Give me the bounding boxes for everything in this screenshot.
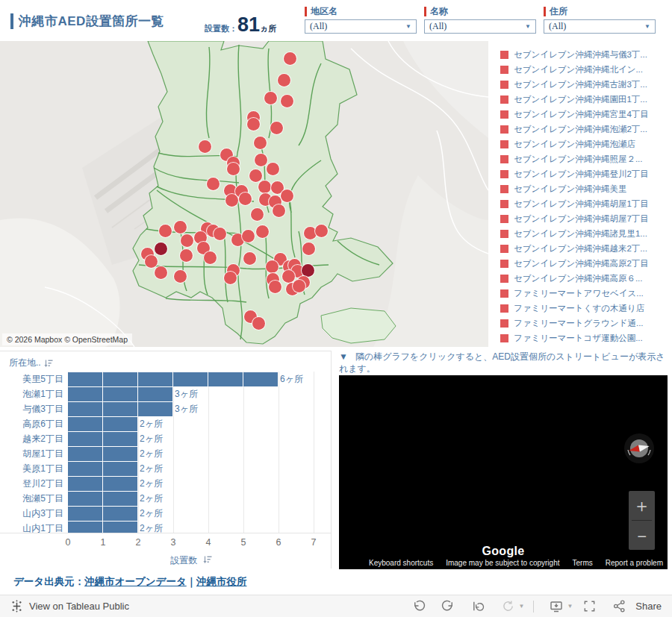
map-panel[interactable]: © 2026 Mapbox © OpenStreetMap xyxy=(0,41,488,347)
source-link-opendata[interactable]: 沖縄市オープンデータ xyxy=(84,576,187,587)
map-marker[interactable] xyxy=(270,122,283,134)
map-marker[interactable] xyxy=(199,140,211,153)
map-marker[interactable] xyxy=(282,270,295,283)
bar[interactable] xyxy=(68,372,278,386)
map-marker[interactable] xyxy=(204,251,217,264)
chart-row[interactable]: 登川2丁目2ヶ所 xyxy=(0,476,331,491)
map-marker[interactable] xyxy=(269,281,281,293)
list-item[interactable]: セブンイレブン沖縄沖縄高原６... xyxy=(491,271,672,286)
list-item[interactable]: セブンイレブン沖縄沖縄美里 xyxy=(491,181,672,196)
download-icon[interactable] xyxy=(549,599,564,614)
map-marker[interactable] xyxy=(180,249,193,262)
list-item[interactable]: セブンイレブン沖縄沖縄高原2丁目 xyxy=(491,256,672,271)
map-marker[interactable] xyxy=(293,280,305,292)
map-marker[interactable] xyxy=(256,225,269,238)
list-item[interactable]: セブンイレブン沖縄沖縄登川2丁目 xyxy=(491,166,672,181)
list-item[interactable]: ファミリーマートグラウンド通... xyxy=(491,316,672,331)
bar[interactable] xyxy=(68,477,137,491)
chart-row[interactable]: 泡瀬1丁目3ヶ所 xyxy=(0,386,331,401)
map-marker[interactable] xyxy=(249,169,262,182)
list-item[interactable]: セブンイレブン沖縄沖縄宮里4丁目 xyxy=(491,107,672,122)
download-caret-icon[interactable]: ▼ xyxy=(567,603,573,610)
map-marker[interactable] xyxy=(227,163,240,175)
compass-icon[interactable] xyxy=(623,432,656,465)
bar[interactable] xyxy=(68,462,137,476)
list-item[interactable]: セブンイレブン沖縄沖縄古謝3丁... xyxy=(491,77,672,92)
map-marker[interactable] xyxy=(273,204,285,217)
list-item[interactable]: セブンイレブン沖縄沖縄胡屋7丁目 xyxy=(491,211,672,226)
map-marker[interactable] xyxy=(252,317,265,330)
list-item[interactable]: セブンイレブン沖縄沖縄与儀3丁... xyxy=(491,47,672,62)
map-marker[interactable] xyxy=(181,234,193,247)
filter-dropdown[interactable]: (All)▼ xyxy=(305,19,417,34)
streetview-footer-link[interactable]: Keyboard shortcuts xyxy=(369,559,433,567)
streetview-footer-link[interactable]: Terms xyxy=(573,559,593,567)
map-marker[interactable] xyxy=(284,52,296,65)
chart-row[interactable]: 高原6丁目2ヶ所 xyxy=(0,416,331,431)
refresh-caret-icon[interactable]: ▼ xyxy=(518,603,524,610)
sort-icon[interactable] xyxy=(44,359,53,368)
undo-icon[interactable] xyxy=(411,599,426,614)
map-attribution[interactable]: © 2026 Mapbox © OpenStreetMap xyxy=(2,333,132,345)
map-marker[interactable] xyxy=(225,194,238,207)
streetview-footer-link[interactable]: Image may be subject to copyright xyxy=(446,559,559,567)
bar[interactable] xyxy=(68,387,172,401)
map-marker[interactable] xyxy=(174,221,187,234)
list-item[interactable]: ファミリーマートコザ運動公園... xyxy=(491,331,672,345)
map-marker[interactable] xyxy=(258,181,271,193)
filter-dropdown[interactable]: (All)▼ xyxy=(424,19,536,34)
bar[interactable] xyxy=(68,402,172,416)
map-marker[interactable] xyxy=(254,137,267,149)
list-item[interactable]: セブンイレブン沖縄沖縄照屋２... xyxy=(491,151,672,166)
fullscreen-icon[interactable] xyxy=(582,599,597,614)
share-icon[interactable] xyxy=(612,599,626,614)
map-marker[interactable] xyxy=(281,190,293,202)
map-marker[interactable] xyxy=(251,208,264,221)
refresh-icon[interactable] xyxy=(500,599,515,614)
bar[interactable] xyxy=(68,522,137,534)
list-item[interactable]: ファミリーマートくすの木通り店 xyxy=(491,301,672,316)
filter-dropdown[interactable]: (All)▼ xyxy=(544,19,656,34)
map-marker[interactable] xyxy=(302,264,314,277)
chart-row[interactable]: 美里5丁目6ヶ所 xyxy=(0,372,331,386)
bar[interactable] xyxy=(68,492,137,506)
map-marker[interactable] xyxy=(145,255,158,268)
map-marker[interactable] xyxy=(302,242,315,255)
list-item[interactable]: セブンイレブン沖縄沖縄胡屋1丁目 xyxy=(491,196,672,211)
zoom-in-button[interactable]: ＋ xyxy=(629,491,655,520)
map-marker[interactable] xyxy=(159,225,172,237)
chart-row[interactable]: 与儀3丁目3ヶ所 xyxy=(0,401,331,416)
bar[interactable] xyxy=(68,447,137,461)
revert-icon[interactable] xyxy=(470,599,485,614)
chart-row[interactable]: 山内1丁目2ヶ所 xyxy=(0,521,331,533)
bar[interactable] xyxy=(68,417,137,431)
list-item[interactable]: セブンイレブン沖縄沖縄泡瀬店 xyxy=(491,137,672,151)
map-marker[interactable] xyxy=(242,230,255,242)
streetview-footer-link[interactable]: Report a problem xyxy=(606,559,663,567)
chart-row[interactable]: 美原1丁目2ヶ所 xyxy=(0,461,331,476)
chart-header[interactable]: 所在地.. xyxy=(9,357,53,369)
map-marker[interactable] xyxy=(239,192,252,205)
map-marker[interactable] xyxy=(207,178,220,190)
map-marker[interactable] xyxy=(247,118,260,131)
bar[interactable] xyxy=(68,507,137,521)
map-marker[interactable] xyxy=(243,252,256,265)
map-marker[interactable] xyxy=(214,228,226,240)
list-item[interactable]: セブンイレブン沖縄沖縄北イン... xyxy=(491,62,672,77)
map-marker[interactable] xyxy=(174,270,187,283)
map-marker[interactable] xyxy=(267,163,279,175)
list-item[interactable]: ファミリーマートアワセベイス... xyxy=(491,286,672,301)
list-item[interactable]: セブンイレブン沖縄沖縄泡瀬2丁... xyxy=(491,122,672,137)
bar[interactable] xyxy=(68,432,137,446)
map-marker[interactable] xyxy=(255,154,267,166)
source-link-cityhall[interactable]: 沖縄市役所 xyxy=(196,576,247,587)
streetview-viewport[interactable]: ＋ － Google Keyboard shortcutsImage may b… xyxy=(339,375,668,569)
chart-row[interactable]: 越来2丁目2ヶ所 xyxy=(0,431,331,446)
map-marker[interactable] xyxy=(315,225,328,237)
list-item[interactable]: セブンイレブン沖縄沖縄越来2丁... xyxy=(491,241,672,256)
map-marker[interactable] xyxy=(266,260,279,273)
map-marker[interactable] xyxy=(155,266,167,279)
list-item[interactable]: セブンイレブン沖縄沖縄園田1丁... xyxy=(491,92,672,107)
view-on-tableau-link[interactable]: View on Tableau Public xyxy=(10,600,129,613)
chart-row[interactable]: 山内3丁目2ヶ所 xyxy=(0,506,331,521)
